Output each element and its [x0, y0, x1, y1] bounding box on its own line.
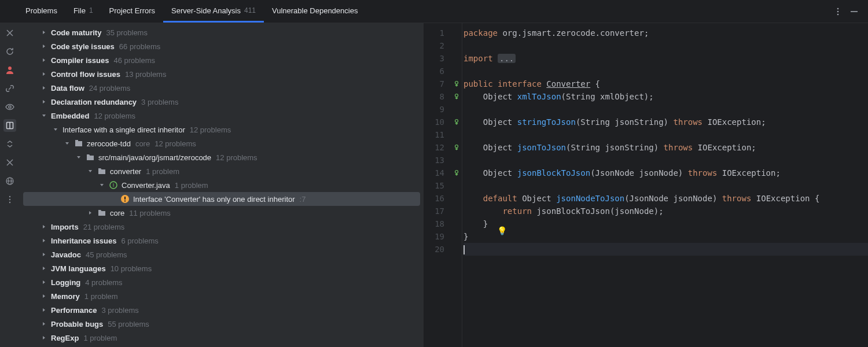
- tree-row[interactable]: Probable bugs55 problems: [23, 317, 420, 331]
- code-line[interactable]: Object xmlToJson(String xmlObject);: [464, 90, 868, 103]
- tree-row[interactable]: Compiler issues46 problems: [23, 53, 420, 67]
- code-line[interactable]: package org.jsmart.zerocode.converter;: [464, 27, 868, 39]
- chevron-right-icon[interactable]: [41, 321, 47, 327]
- tab-problems[interactable]: Problems: [17, 0, 65, 23]
- tree-row[interactable]: core11 problems: [23, 206, 420, 220]
- minimize-icon[interactable]: [846, 3, 862, 20]
- tree-row[interactable]: Embedded12 problems: [23, 109, 420, 123]
- tree-row[interactable]: converter1 problem: [23, 164, 420, 178]
- gutter-mark[interactable]: [451, 141, 462, 154]
- gutter-mark[interactable]: [451, 230, 462, 243]
- tree-row[interactable]: Interface with a single direct inheritor…: [23, 123, 420, 136]
- chevron-right-icon[interactable]: [41, 224, 47, 230]
- chevron-right-icon[interactable]: [41, 265, 47, 271]
- chevron-right-icon[interactable]: [41, 335, 47, 341]
- chevron-down-icon[interactable]: [52, 127, 59, 132]
- code-line[interactable]: [464, 103, 868, 116]
- tree-row[interactable]: Javadoc45 problems: [23, 248, 420, 261]
- tree-row[interactable]: Interface 'Converter' has only one direc…: [23, 192, 420, 206]
- chevron-right-icon[interactable]: [41, 29, 47, 35]
- intention-bulb-icon[interactable]: 💡: [497, 224, 507, 237]
- code-line[interactable]: default Object jsonNodeToJson(JsonNode j…: [464, 192, 868, 205]
- tree-row[interactable]: Inheritance issues6 problems: [23, 234, 420, 248]
- code-line[interactable]: [464, 39, 868, 52]
- tree-row[interactable]: JVM languages10 problems: [23, 261, 420, 275]
- tree-row[interactable]: RegExp1 problem: [23, 331, 420, 345]
- link-icon[interactable]: [3, 82, 16, 95]
- tab-server-side-analysis[interactable]: Server-Side Analysis 411: [163, 0, 264, 23]
- tree-row[interactable]: Control flow issues13 problems: [23, 67, 420, 81]
- chevron-right-icon[interactable]: [41, 293, 47, 299]
- tree-row[interactable]: Code maturity35 problems: [23, 25, 420, 39]
- more-dots-icon[interactable]: [3, 193, 16, 206]
- chevron-down-icon[interactable]: [41, 113, 47, 119]
- code-line[interactable]: Object stringToJson(String jsonString) t…: [464, 116, 868, 128]
- problems-tree[interactable]: Code maturity35 problemsCode style issue…: [20, 23, 424, 347]
- code-line[interactable]: }: [464, 217, 868, 230]
- tree-row[interactable]: src/main/java/org/jsmart/zerocode12 prob…: [23, 150, 420, 164]
- code-line[interactable]: }: [464, 230, 868, 243]
- chevron-right-icon[interactable]: [41, 238, 47, 243]
- code-line[interactable]: [464, 65, 868, 77]
- tree-row[interactable]: IConverter.java1 problem: [23, 178, 420, 192]
- chevron-right-icon[interactable]: [41, 279, 47, 285]
- gutter-mark[interactable]: [451, 116, 462, 128]
- gutter-mark[interactable]: [451, 243, 462, 256]
- tree-row[interactable]: Code style issues66 problems: [23, 39, 420, 53]
- code-line[interactable]: return jsonBlockToJson(jsonNode);: [464, 205, 868, 217]
- gutter-mark[interactable]: [451, 154, 462, 167]
- code-line[interactable]: [464, 243, 868, 256]
- user-icon[interactable]: [3, 64, 16, 76]
- gutter-mark[interactable]: [451, 65, 462, 77]
- preview-icon[interactable]: [3, 101, 16, 113]
- gutter-mark[interactable]: [451, 179, 462, 192]
- gutter-mark[interactable]: [451, 52, 462, 65]
- chevron-right-icon[interactable]: [41, 99, 47, 105]
- tree-row[interactable]: Memory1 problem: [23, 289, 420, 303]
- tab-project-errors[interactable]: Project Errors: [101, 0, 163, 23]
- tab-vulnerable-dependencies[interactable]: Vulnerable Dependencies: [264, 0, 366, 23]
- gutter-mark[interactable]: [451, 90, 462, 103]
- more-options-icon[interactable]: [830, 3, 846, 20]
- chevron-down-icon[interactable]: [98, 182, 105, 188]
- gutter-mark[interactable]: [451, 27, 462, 39]
- tab-file[interactable]: File 1: [65, 0, 101, 23]
- chevron-right-icon[interactable]: [41, 307, 47, 313]
- chevron-right-icon[interactable]: [87, 210, 94, 216]
- code-line[interactable]: [464, 128, 868, 141]
- chevron-down-icon[interactable]: [87, 168, 94, 174]
- chevron-right-icon[interactable]: [41, 57, 47, 63]
- gutter-mark[interactable]: [451, 217, 462, 230]
- tree-row[interactable]: Imports21 problems: [23, 220, 420, 234]
- chevron-down-icon[interactable]: [75, 154, 82, 160]
- chevron-right-icon[interactable]: [41, 252, 47, 257]
- gutter-mark[interactable]: [451, 39, 462, 52]
- close-icon[interactable]: [3, 27, 16, 39]
- gutter-mark[interactable]: [451, 205, 462, 217]
- tree-row[interactable]: Declaration redundancy3 problems: [23, 95, 420, 109]
- tree-row[interactable]: Performance3 problems: [23, 303, 420, 317]
- open-in-browser-icon[interactable]: [3, 175, 16, 187]
- open-editor-icon[interactable]: [3, 119, 16, 132]
- code-line[interactable]: Object jsonToJson(String jsonString) thr…: [464, 141, 868, 154]
- chevron-right-icon[interactable]: [41, 43, 47, 49]
- collapse-all-icon[interactable]: [3, 156, 16, 169]
- code-area[interactable]: 💡 package org.jsmart.zerocode.converter;…: [462, 23, 868, 347]
- refresh-icon[interactable]: [3, 45, 16, 58]
- gutter-mark[interactable]: [451, 167, 462, 179]
- code-editor[interactable]: 12367891011121314151617181920 💡 package …: [424, 23, 868, 347]
- code-line[interactable]: public interface Converter {: [464, 77, 868, 90]
- gutter-mark[interactable]: [451, 103, 462, 116]
- tree-row[interactable]: Logging4 problems: [23, 275, 420, 289]
- chevron-down-icon[interactable]: [64, 141, 71, 146]
- expand-all-icon[interactable]: [3, 138, 16, 150]
- code-line[interactable]: import ...: [464, 52, 868, 65]
- code-line[interactable]: [464, 154, 868, 167]
- code-line[interactable]: Object jsonBlockToJson(JsonNode jsonNode…: [464, 167, 868, 179]
- gutter-mark[interactable]: [451, 128, 462, 141]
- tree-row[interactable]: zerocode-tddcore12 problems: [23, 136, 420, 150]
- chevron-right-icon[interactable]: [41, 85, 47, 91]
- gutter-mark[interactable]: [451, 77, 462, 90]
- code-line[interactable]: [464, 179, 868, 192]
- gutter-mark[interactable]: [451, 192, 462, 205]
